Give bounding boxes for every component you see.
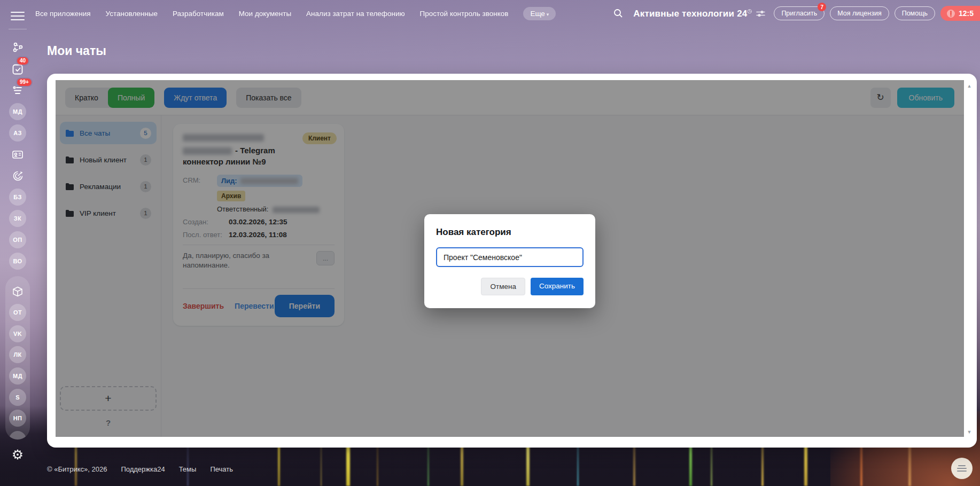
workspace-zk[interactable]: ЗК: [9, 209, 27, 228]
themes-link[interactable]: Темы: [179, 465, 197, 473]
invite-button[interactable]: Пригласить 7: [774, 6, 825, 20]
new-category-modal: Новая категория Отмена Сохранить: [424, 214, 595, 308]
gear-icon[interactable]: ⚙: [12, 448, 24, 461]
help-button[interactable]: Помощь: [895, 6, 935, 20]
chevron-down-icon: ▾: [547, 12, 549, 17]
workspace-vo[interactable]: ВО: [9, 252, 27, 270]
top-navigation: Все приложения Установленные Разработчик…: [35, 0, 980, 27]
clock-icon: ◷: [747, 8, 752, 14]
print-link[interactable]: Печать: [210, 465, 233, 473]
app-partial[interactable]: [9, 430, 27, 440]
cancel-button[interactable]: Отмена: [481, 278, 525, 295]
package-icon[interactable]: [9, 283, 27, 301]
workspace-md[interactable]: МД: [9, 103, 27, 121]
page-title: Мои чаты: [47, 44, 106, 58]
workspace-bz[interactable]: БЗ: [9, 188, 27, 206]
chats-badge: 99+: [17, 79, 32, 86]
alert-clock-icon: ❗: [947, 10, 955, 18]
modal-title: Новая категория: [436, 227, 584, 238]
sliders-icon[interactable]: [756, 10, 765, 18]
target-icon[interactable]: [9, 167, 27, 185]
search-icon[interactable]: [613, 8, 624, 19]
app-vk[interactable]: VK: [9, 325, 27, 343]
scroll-up-icon[interactable]: ▲: [967, 83, 972, 89]
nav-developers[interactable]: Разработчикам: [173, 10, 224, 18]
timer-button[interactable]: ❗ 12:5: [940, 6, 980, 21]
tasks-badge: 40: [17, 57, 28, 65]
tasks-icon[interactable]: 40: [9, 60, 27, 78]
rail-divider: [9, 29, 27, 29]
nav-all-apps[interactable]: Все приложения: [35, 10, 91, 18]
nav-installed[interactable]: Установленные: [106, 10, 158, 18]
app-md[interactable]: МД: [9, 367, 27, 385]
left-rail: 40 99+ МД АЗ БЗ ЗК ОП ВО ОТ VK ЛК МД S: [0, 0, 35, 486]
hamburger-menu-icon[interactable]: [11, 9, 25, 23]
save-button[interactable]: Сохранить: [531, 278, 584, 295]
chats-icon[interactable]: 99+: [9, 81, 27, 99]
nav-call-cost[interactable]: Анализ затрат на телефонию: [306, 10, 405, 18]
app-np[interactable]: НП: [9, 410, 27, 427]
list-icon: [958, 465, 966, 466]
app-ot[interactable]: ОТ: [9, 304, 27, 322]
app-lk[interactable]: ЛК: [9, 346, 27, 364]
nav-call-control[interactable]: Простой контроль звонков: [420, 10, 509, 18]
category-name-input[interactable]: [436, 247, 584, 267]
portal-name[interactable]: Активные технологии 24◷: [633, 8, 752, 19]
license-button[interactable]: Моя лицензия: [830, 6, 889, 20]
network-icon[interactable]: [9, 38, 27, 57]
copyright-text: © «Битрикс», 2026: [47, 465, 107, 473]
workspace-az[interactable]: АЗ: [9, 124, 27, 142]
nav-my-documents[interactable]: Мои документы: [239, 10, 291, 18]
panel-scrollbar[interactable]: ▲ ▼: [964, 80, 975, 437]
invite-badge: 7: [818, 3, 826, 11]
quick-menu-button[interactable]: [951, 458, 973, 479]
workspace-op[interactable]: ОП: [9, 231, 27, 249]
footer: © «Битрикс», 2026 Поддержка24 Темы Печат…: [47, 465, 233, 473]
app-s[interactable]: S: [9, 388, 27, 406]
nav-more-button[interactable]: Еще▾: [523, 7, 556, 20]
rail-apps-group: ОТ VK ЛК МД S НП: [5, 276, 30, 440]
contacts-icon[interactable]: [9, 145, 27, 163]
scroll-down-icon[interactable]: ▼: [967, 429, 972, 435]
support-link[interactable]: Поддержка24: [121, 465, 165, 473]
